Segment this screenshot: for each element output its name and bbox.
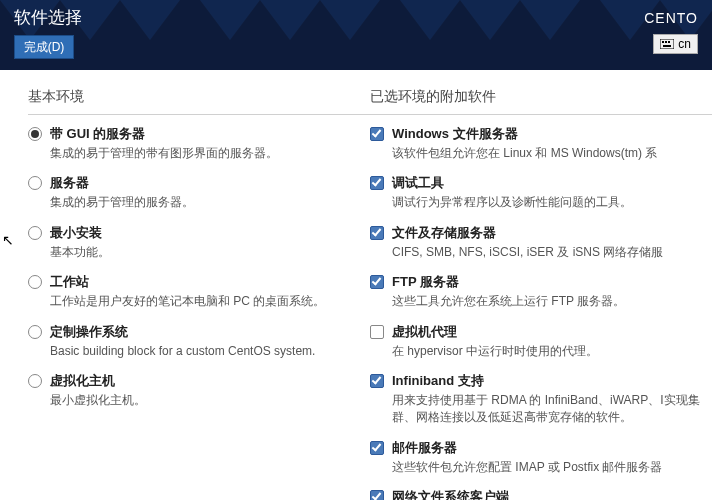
- checkbox[interactable]: [370, 226, 384, 240]
- list-item[interactable]: 定制操作系统Basic building block for a custom …: [28, 323, 370, 360]
- addons-column: 已选环境的附加软件 Windows 文件服务器该软件包组允许您在 Linux 和…: [370, 88, 712, 500]
- svg-rect-3: [668, 41, 670, 43]
- list-item[interactable]: 调试工具调试行为异常程序以及诊断性能问题的工具。: [370, 174, 712, 211]
- list-item[interactable]: 带 GUI 的服务器集成的易于管理的带有图形界面的服务器。: [28, 125, 370, 162]
- divider: [28, 114, 370, 115]
- divider: [370, 114, 712, 115]
- option-description: 该软件包组允许您在 Linux 和 MS Windows(tm) 系: [392, 145, 657, 162]
- svg-rect-4: [663, 45, 671, 47]
- list-item[interactable]: Windows 文件服务器该软件包组允许您在 Linux 和 MS Window…: [370, 125, 712, 162]
- addons-heading: 已选环境的附加软件: [370, 88, 712, 106]
- cursor-icon: ↖: [2, 232, 14, 248]
- list-item[interactable]: 虚拟机代理在 hypervisor 中运行时时使用的代理。: [370, 323, 712, 360]
- checkbox[interactable]: [370, 490, 384, 500]
- list-item[interactable]: 虚拟化主机最小虚拟化主机。: [28, 372, 370, 409]
- svg-rect-0: [660, 39, 674, 49]
- radio-button[interactable]: [28, 127, 42, 141]
- option-title: 邮件服务器: [392, 439, 662, 457]
- option-title: 带 GUI 的服务器: [50, 125, 278, 143]
- list-item[interactable]: 文件及存储服务器CIFS, SMB, NFS, iSCSI, iSER 及 iS…: [370, 224, 712, 261]
- option-description: 用来支持使用基于 RDMA 的 InfiniBand、iWARP、I实现集群、网…: [392, 392, 704, 427]
- list-item[interactable]: FTP 服务器这些工具允许您在系统上运行 FTP 服务器。: [370, 273, 712, 310]
- option-description: 基本功能。: [50, 244, 110, 261]
- option-description: 最小虚拟化主机。: [50, 392, 146, 409]
- radio-button[interactable]: [28, 226, 42, 240]
- option-description: 在 hypervisor 中运行时时使用的代理。: [392, 343, 598, 360]
- option-title: 服务器: [50, 174, 194, 192]
- base-environment-column: 基本环境 带 GUI 的服务器集成的易于管理的带有图形界面的服务器。服务器集成的…: [28, 88, 370, 500]
- option-description: 调试行为异常程序以及诊断性能问题的工具。: [392, 194, 632, 211]
- checkbox[interactable]: [370, 176, 384, 190]
- list-item[interactable]: 网络文件系统客户端启用该系统附加到网络存储。: [370, 488, 712, 500]
- option-title: Windows 文件服务器: [392, 125, 657, 143]
- option-title: 最小安装: [50, 224, 110, 242]
- option-description: CIFS, SMB, NFS, iSCSI, iSER 及 iSNS 网络存储服: [392, 244, 663, 261]
- radio-button[interactable]: [28, 374, 42, 388]
- option-description: 这些工具允许您在系统上运行 FTP 服务器。: [392, 293, 625, 310]
- checkbox[interactable]: [370, 441, 384, 455]
- svg-rect-1: [662, 41, 664, 43]
- option-title: FTP 服务器: [392, 273, 625, 291]
- lang-code: cn: [678, 37, 691, 51]
- option-title: 虚拟化主机: [50, 372, 146, 390]
- radio-button[interactable]: [28, 325, 42, 339]
- done-button[interactable]: 完成(D): [14, 35, 74, 59]
- option-description: 工作站是用户友好的笔记本电脑和 PC 的桌面系统。: [50, 293, 325, 310]
- base-env-heading: 基本环境: [28, 88, 370, 106]
- page-title: 软件选择: [14, 6, 82, 29]
- option-title: 定制操作系统: [50, 323, 315, 341]
- option-description: 这些软件包允许您配置 IMAP 或 Postfix 邮件服务器: [392, 459, 662, 476]
- option-description: Basic building block for a custom CentOS…: [50, 343, 315, 360]
- option-title: 工作站: [50, 273, 325, 291]
- option-title: 文件及存储服务器: [392, 224, 663, 242]
- option-title: 调试工具: [392, 174, 632, 192]
- list-item[interactable]: 最小安装基本功能。: [28, 224, 370, 261]
- checkbox[interactable]: [370, 275, 384, 289]
- list-item[interactable]: 工作站工作站是用户友好的笔记本电脑和 PC 的桌面系统。: [28, 273, 370, 310]
- option-title: 虚拟机代理: [392, 323, 598, 341]
- option-title: 网络文件系统客户端: [392, 488, 548, 500]
- os-label: CENTO: [644, 10, 698, 26]
- checkbox[interactable]: [370, 374, 384, 388]
- list-item[interactable]: 服务器集成的易于管理的服务器。: [28, 174, 370, 211]
- keyboard-icon: [660, 39, 674, 49]
- option-description: 集成的易于管理的带有图形界面的服务器。: [50, 145, 278, 162]
- checkbox[interactable]: [370, 127, 384, 141]
- svg-rect-2: [665, 41, 667, 43]
- radio-button[interactable]: [28, 176, 42, 190]
- option-title: Infiniband 支持: [392, 372, 704, 390]
- keyboard-layout-button[interactable]: cn: [653, 34, 698, 54]
- list-item[interactable]: Infiniband 支持用来支持使用基于 RDMA 的 InfiniBand、…: [370, 372, 712, 427]
- radio-button[interactable]: [28, 275, 42, 289]
- list-item[interactable]: 邮件服务器这些软件包允许您配置 IMAP 或 Postfix 邮件服务器: [370, 439, 712, 476]
- option-description: 集成的易于管理的服务器。: [50, 194, 194, 211]
- checkbox[interactable]: [370, 325, 384, 339]
